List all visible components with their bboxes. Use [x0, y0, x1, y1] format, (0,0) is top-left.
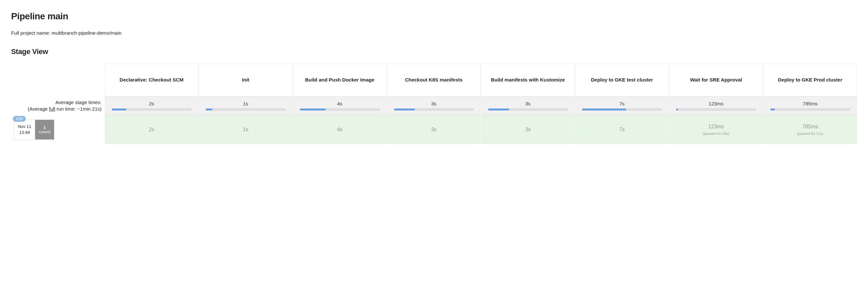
- avg-full-underline: full: [49, 106, 55, 111]
- stage-header[interactable]: Build and Push Docker Image: [293, 64, 386, 96]
- progress-bar-fill: [206, 109, 212, 110]
- stage-avg-time: 7s: [619, 101, 625, 106]
- stage-avg-row: 2s1s4s3s3s7s123ms785ms: [105, 96, 857, 115]
- page-title: Pipeline main: [11, 11, 857, 22]
- progress-bar: [394, 108, 474, 110]
- progress-bar-fill: [394, 109, 415, 110]
- progress-bar-fill: [771, 109, 775, 110]
- stage-header[interactable]: Declarative: Checkout SCM: [105, 64, 198, 96]
- stage-avg-time: 3s: [431, 101, 436, 106]
- left-column: Average stage times: (Average full run t…: [11, 64, 105, 144]
- stage-build-time: 2s: [149, 127, 154, 133]
- stage-avg-cell[interactable]: 2s: [105, 96, 198, 115]
- stage-paused-label: (paused for 11s): [797, 132, 823, 135]
- progress-bar: [770, 108, 850, 110]
- stage-header-row: Declarative: Checkout SCMInitBuild and P…: [105, 64, 857, 96]
- stage-header[interactable]: Deploy to GKE Prod cluster: [764, 64, 857, 96]
- stage-build-cell[interactable]: 3s: [387, 115, 480, 144]
- stage-header[interactable]: Deploy to GKE test cluster: [575, 64, 669, 96]
- commit-count: 1: [43, 125, 45, 130]
- build-row-left: #16 Nov 11 13:49 1 commit: [11, 115, 105, 144]
- progress-bar-fill: [676, 109, 678, 110]
- stage-build-time: 1s: [243, 127, 248, 133]
- avg-line1: Average stage times:: [55, 99, 101, 106]
- stage-avg-cell[interactable]: 3s: [387, 96, 480, 115]
- average-times-label: Average stage times: (Average full run t…: [11, 96, 105, 115]
- stage-header[interactable]: Build manifests with Kustomize: [481, 64, 575, 96]
- stage-build-time: 7s: [619, 127, 625, 133]
- stage-build-time: 3s: [431, 127, 437, 133]
- stage-build-time: 3s: [525, 127, 531, 133]
- progress-bar-fill: [582, 109, 626, 110]
- stage-build-time: 785ms: [802, 124, 818, 130]
- progress-bar: [488, 108, 568, 110]
- stage-avg-time: 4s: [337, 101, 342, 106]
- stage-header[interactable]: Wait for SRE Approval: [670, 64, 763, 96]
- full-project-name: Full project name: multibranch-pipeline-…: [11, 30, 857, 36]
- stage-avg-cell[interactable]: 3s: [481, 96, 575, 115]
- stage-avg-time: 3s: [525, 101, 531, 106]
- progress-bar-fill: [300, 109, 325, 110]
- stage-build-cell[interactable]: 123ms(paused for 28s): [670, 115, 763, 144]
- stage-build-cell[interactable]: 1s: [199, 115, 292, 144]
- stage-build-cell[interactable]: 2s: [105, 115, 198, 144]
- stage-view: Average stage times: (Average full run t…: [11, 64, 857, 144]
- stage-avg-time: 1s: [243, 101, 248, 106]
- stage-avg-cell[interactable]: 785ms: [764, 96, 857, 115]
- progress-bar: [206, 108, 286, 110]
- section-title: Stage View: [11, 47, 857, 56]
- stage-avg-time: 123ms: [709, 101, 723, 106]
- stage-build-cell[interactable]: 785ms(paused for 11s): [764, 115, 857, 144]
- stage-avg-cell[interactable]: 123ms: [670, 96, 763, 115]
- progress-bar: [112, 108, 192, 110]
- stage-build-row: 2s1s4s3s3s7s123ms(paused for 28s)785ms(p…: [105, 115, 857, 144]
- build-date-time: 13:49: [19, 130, 30, 135]
- progress-bar: [582, 108, 662, 110]
- full-name-value: multibranch-pipeline-demo/main: [52, 30, 121, 36]
- stage-header[interactable]: Checkout K8S manifests: [387, 64, 480, 96]
- stage-header[interactable]: Init: [199, 64, 292, 96]
- stage-build-cell[interactable]: 4s: [293, 115, 386, 144]
- build-card[interactable]: #16 Nov 11 13:49 1 commit: [14, 120, 54, 140]
- stage-avg-cell[interactable]: 4s: [293, 96, 386, 115]
- stage-build-cell[interactable]: 7s: [575, 115, 669, 144]
- build-badge[interactable]: #16: [13, 116, 26, 122]
- stages-column: Declarative: Checkout SCMInitBuild and P…: [105, 64, 857, 144]
- stage-avg-cell[interactable]: 1s: [199, 96, 292, 115]
- progress-bar-fill: [112, 109, 126, 110]
- stage-build-time: 4s: [337, 127, 343, 133]
- stage-avg-cell[interactable]: 7s: [575, 96, 669, 115]
- build-date: Nov 11 13:49: [14, 120, 35, 139]
- progress-bar: [300, 108, 380, 110]
- progress-bar-fill: [488, 109, 509, 110]
- build-commit[interactable]: 1 commit: [35, 120, 54, 139]
- stage-paused-label: (paused for 28s): [703, 132, 729, 135]
- progress-bar: [676, 108, 756, 110]
- avg-line2: (Average full run time: ~1min 21s): [28, 106, 101, 112]
- build-date-day: Nov 11: [18, 124, 31, 130]
- stage-build-cell[interactable]: 3s: [481, 115, 575, 144]
- commit-label: commit: [39, 130, 50, 134]
- stage-build-time: 123ms: [708, 124, 724, 130]
- stage-avg-time: 2s: [149, 101, 154, 106]
- full-name-label: Full project name:: [11, 30, 52, 36]
- left-header-spacer: [11, 64, 105, 96]
- stage-avg-time: 785ms: [803, 101, 817, 106]
